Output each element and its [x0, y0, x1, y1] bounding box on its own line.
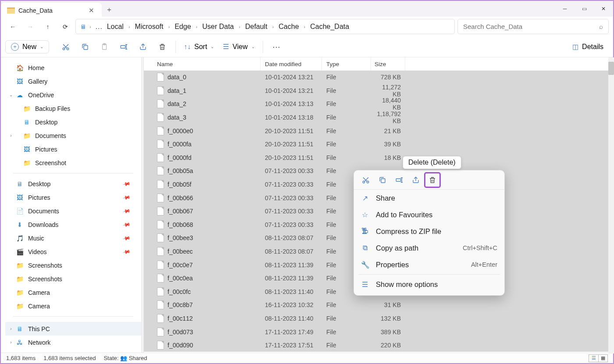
ctx-rename-icon[interactable] [391, 172, 407, 188]
chevron-down-icon[interactable]: ⌄ [8, 92, 14, 97]
new-button[interactable]: + New ⌄ [5, 40, 49, 53]
ctx-show-more[interactable]: ☰Show more options [354, 276, 504, 293]
ctx-delete-icon[interactable] [424, 172, 441, 188]
view-button[interactable]: ☰ View ⌄ [219, 41, 258, 53]
cut-icon[interactable] [57, 39, 75, 55]
pin-icon[interactable]: 📌 [122, 206, 131, 215]
close-tab-icon[interactable]: ✕ [87, 7, 96, 14]
delete-icon[interactable] [154, 39, 171, 55]
chevron-right-icon[interactable]: › [167, 24, 171, 29]
nav-documents[interactable]: 📄Documents📌 [5, 204, 141, 218]
folder-icon: 📁 [16, 276, 24, 283]
ctx-cut-icon[interactable] [357, 172, 374, 188]
file-row[interactable]: data_310-01-2024 13:18File1,18,792 KB [144, 111, 613, 124]
pin-icon[interactable]: 📌 [122, 193, 131, 201]
crumb-default[interactable]: Default [243, 22, 269, 32]
file-row[interactable]: f_0000e020-10-2023 11:51File21 KB [144, 124, 613, 138]
ctx-properties[interactable]: 🔧PropertiesAlt+Enter [354, 256, 504, 273]
file-row[interactable]: f_00d07317-11-2023 17:49File389 KB [144, 325, 613, 339]
file-row[interactable]: f_00c8b716-11-2023 10:32File31 KB [144, 298, 613, 312]
file-row[interactable]: f_00c11208-11-2023 11:40File132 KB [144, 312, 613, 325]
nav-documents-od[interactable]: ›📁Documents [5, 129, 141, 142]
column-name[interactable]: Name [153, 57, 261, 71]
file-row[interactable]: f_00d09017-11-2023 17:51File220 KB [144, 339, 613, 352]
chevron-right-icon[interactable]: › [8, 340, 14, 345]
column-type[interactable]: Type [322, 57, 371, 71]
chevron-right-icon[interactable]: › [195, 24, 199, 29]
window-tab[interactable]: Cache_Data ✕ [1, 3, 102, 18]
pin-icon[interactable]: 📌 [122, 220, 131, 229]
address-bar[interactable]: 🖥 › … Local › Microsoft › Edge › User Da… [75, 19, 455, 34]
pin-icon[interactable]: 📌 [122, 247, 131, 256]
crumb-edge[interactable]: Edge [173, 22, 193, 32]
more-icon[interactable]: ⋯ [268, 39, 285, 55]
ctx-share[interactable]: ↗Share [354, 190, 504, 206]
rename-icon[interactable] [115, 39, 132, 55]
column-size[interactable]: Size [371, 57, 405, 71]
file-row[interactable]: data_210-01-2024 13:13File18,440 KB [144, 97, 613, 111]
ctx-compress-zip[interactable]: 🗜Compress to ZIP file [354, 223, 504, 240]
sort-button[interactable]: ↑↓ Sort ⌄ [180, 41, 218, 53]
crumb-userdata[interactable]: User Data [200, 22, 236, 32]
details-pane-button[interactable]: ◫ Details [567, 41, 609, 53]
nav-gallery[interactable]: 🖼Gallery [5, 74, 141, 88]
thumbnails-view-toggle[interactable]: ▦ [598, 354, 608, 362]
back-button[interactable]: ← [5, 19, 20, 34]
chevron-right-icon[interactable]: › [237, 24, 242, 29]
file-row[interactable]: data_110-01-2024 13:21File11,272 KB [144, 84, 613, 98]
pin-icon[interactable]: 📌 [122, 179, 131, 188]
nav-pictures-od[interactable]: 🖼Pictures [5, 142, 141, 156]
nav-downloads[interactable]: ⬇Downloads📌 [5, 218, 141, 231]
crumb-cache[interactable]: Cache [277, 22, 300, 32]
chevron-right-icon[interactable]: › [8, 326, 14, 331]
copy-icon[interactable] [76, 39, 94, 55]
chevron-right-icon[interactable]: › [127, 24, 132, 29]
nav-pictures[interactable]: 🖼Pictures📌 [5, 191, 141, 204]
close-button[interactable]: ✕ [594, 2, 613, 16]
nav-backup-files[interactable]: 📁Backup Files [5, 102, 141, 115]
forward-button[interactable]: → [23, 19, 38, 34]
chevron-right-icon[interactable]: › [8, 133, 14, 138]
nav-music[interactable]: 🎵Music📌 [5, 231, 141, 245]
ctx-copy-path[interactable]: ⧉Copy as pathCtrl+Shift+C [354, 240, 504, 256]
crumb-microsoft[interactable]: Microsoft [133, 22, 165, 32]
paste-icon[interactable] [96, 39, 113, 55]
maximize-button[interactable]: ▭ [575, 2, 594, 16]
chevron-right-icon[interactable]: › [271, 24, 275, 29]
nav-desktop-od[interactable]: 🖥Desktop [5, 115, 141, 129]
vertical-scrollbar[interactable] [608, 57, 614, 353]
ctx-copy-icon[interactable] [374, 172, 391, 188]
more-crumbs-icon[interactable]: … [95, 22, 103, 31]
refresh-button[interactable]: ⟳ [58, 19, 73, 34]
details-view-toggle[interactable]: ☰ [589, 354, 598, 362]
new-tab-button[interactable]: ＋ [102, 3, 117, 17]
nav-home[interactable]: 🏠Home [5, 61, 141, 74]
share-icon[interactable] [134, 39, 152, 55]
nav-screenshots1[interactable]: 📁Screenshots [5, 258, 141, 272]
nav-network[interactable]: ›🖧Network [5, 336, 141, 349]
column-date-modified[interactable]: Date modified [261, 57, 322, 71]
chevron-right-icon[interactable]: › [303, 24, 307, 29]
chevron-right-icon[interactable]: › [88, 24, 93, 29]
search-input[interactable] [463, 23, 599, 30]
ctx-add-favourites[interactable]: ☆Add to Favourites [354, 206, 504, 223]
nav-camera1[interactable]: 📁Camera [5, 286, 141, 299]
search-box[interactable]: ⌕ [457, 19, 609, 34]
nav-screenshots2[interactable]: 📁Screenshots [5, 272, 141, 286]
up-button[interactable]: ↑ [40, 19, 55, 34]
nav-this-pc[interactable]: ›🖥This PC [5, 322, 141, 336]
nav-screenshot[interactable]: 📁Screenshot [5, 156, 141, 170]
nav-videos[interactable]: 🎬Videos📌 [5, 245, 141, 258]
pin-icon[interactable]: 📌 [122, 233, 131, 242]
nav-camera2[interactable]: 📁Camera [5, 299, 141, 313]
file-row[interactable]: f_0000fd20-10-2023 11:51File18 KB [144, 151, 613, 165]
ctx-share-icon[interactable] [407, 172, 424, 188]
crumb-local[interactable]: Local [105, 22, 125, 32]
file-row[interactable]: f_0000fa20-10-2023 11:51File39 KB [144, 138, 613, 151]
nav-desktop[interactable]: 🖥Desktop📌 [5, 177, 141, 191]
minimize-button[interactable]: ─ [555, 2, 575, 16]
file-row[interactable]: data_010-01-2024 13:21File728 KB [144, 71, 613, 84]
crumb-cachedata[interactable]: Cache_Data [308, 22, 351, 32]
nav-onedrive[interactable]: ⌄☁OneDrive [5, 88, 141, 102]
search-icon[interactable]: ⌕ [599, 23, 603, 30]
